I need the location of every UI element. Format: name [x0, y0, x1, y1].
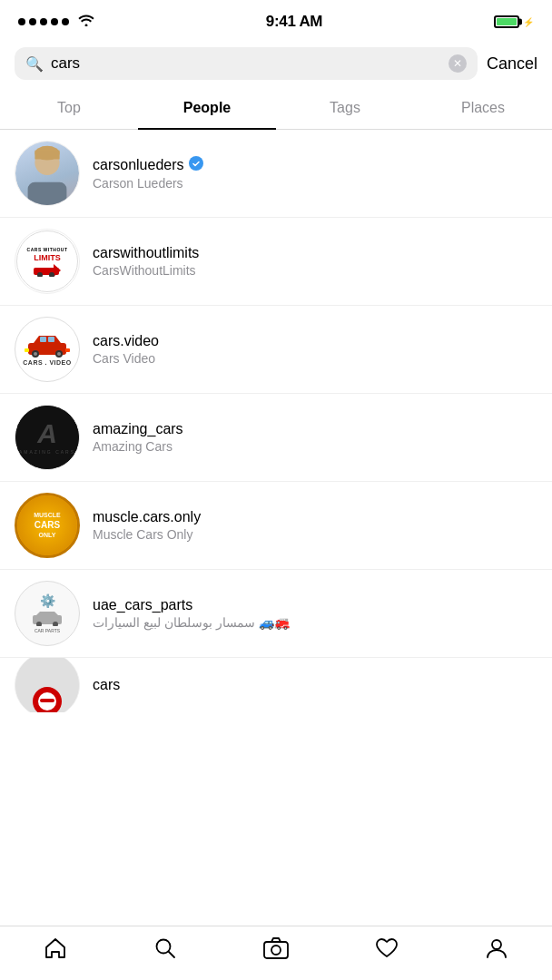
signal-dot-2: [29, 18, 36, 25]
status-left: [18, 14, 94, 30]
result-info: carswithoutlimits CarsWithoutLimits: [93, 245, 199, 278]
nav-camera[interactable]: [249, 932, 303, 971]
cancel-button[interactable]: Cancel: [487, 54, 537, 74]
result-fullname: CarsWithoutLimits: [93, 263, 199, 278]
list-item[interactable]: CARS WITHOUT LIMITS carswithoutlimits Ca…: [0, 218, 552, 306]
avatar: [15, 658, 80, 712]
nav-activity[interactable]: [360, 932, 413, 971]
search-bar: 🔍 ✕ Cancel: [0, 40, 552, 87]
result-info: carsonlueders Carson Lueders: [93, 156, 203, 191]
avatar: CARS WITHOUT LIMITS: [15, 229, 80, 294]
result-username: cars: [93, 677, 120, 693]
result-fullname: Carson Lueders: [93, 176, 203, 191]
list-item[interactable]: cars: [0, 658, 552, 712]
tab-top[interactable]: Top: [0, 87, 138, 129]
list-item[interactable]: ⚙️ car parts uae_cars_parts 🚒🚙 سمسار بوس…: [0, 570, 552, 658]
status-time: 9:41 AM: [266, 13, 322, 31]
svg-rect-1: [28, 182, 67, 206]
search-input-container[interactable]: 🔍 ✕: [15, 47, 478, 80]
svg-rect-12: [48, 337, 54, 342]
avatar: A AMAZING CARS: [15, 405, 80, 470]
svg-point-4: [189, 156, 203, 171]
nav-home[interactable]: [29, 931, 82, 972]
result-username: muscle.cars.only: [93, 509, 201, 525]
search-input[interactable]: [51, 54, 441, 73]
avatar: ⚙️ car parts: [15, 581, 80, 646]
tab-people[interactable]: People: [138, 87, 276, 129]
svg-rect-3: [34, 151, 59, 160]
result-info: cars: [93, 677, 120, 693]
svg-line-27: [168, 952, 174, 958]
result-info: amazing_cars Amazing Cars: [93, 421, 183, 454]
result-fullname: Cars Video: [93, 351, 159, 366]
nav-profile[interactable]: [470, 931, 523, 972]
list-item[interactable]: CARS . VIDEO cars.video Cars Video: [0, 306, 552, 394]
nav-search[interactable]: [139, 931, 192, 972]
result-info: muscle.cars.only Muscle Cars Only: [93, 509, 201, 542]
avatar: [15, 141, 80, 206]
svg-rect-28: [264, 942, 288, 958]
home-icon: [44, 936, 67, 966]
list-item[interactable]: A AMAZING CARS amazing_cars Amazing Cars: [0, 394, 552, 482]
status-right: ⚡: [494, 15, 534, 28]
results-list: carsonlueders Carson Lueders CARS WITHOU…: [0, 130, 552, 776]
signal-dot-3: [40, 18, 47, 25]
avatar: MUSCLE CARS ONLY: [15, 493, 80, 558]
search-icon: 🔍: [25, 55, 44, 73]
svg-point-29: [271, 946, 281, 955]
result-username: carswithoutlimits: [93, 245, 199, 261]
profile-icon: [485, 936, 508, 966]
tab-tags[interactable]: Tags: [276, 87, 414, 129]
clear-search-button[interactable]: ✕: [448, 54, 467, 73]
svg-rect-18: [65, 348, 70, 352]
result-fullname: Amazing Cars: [93, 439, 183, 454]
wifi-icon: [78, 14, 94, 30]
tab-bar: Top People Tags Places: [0, 87, 552, 130]
result-fullname: Muscle Cars Only: [93, 527, 201, 542]
battery-icon: ⚡: [494, 15, 534, 28]
svg-rect-17: [25, 348, 29, 352]
svg-point-14: [34, 352, 37, 356]
signal-dot-1: [18, 18, 25, 25]
bottom-nav: [0, 926, 552, 980]
svg-point-30: [492, 940, 501, 949]
camera-icon: [263, 937, 289, 965]
svg-rect-25: [40, 699, 54, 702]
list-item[interactable]: carsonlueders Carson Lueders: [0, 130, 552, 218]
svg-rect-11: [40, 337, 46, 342]
search-nav-icon: [153, 936, 177, 966]
status-bar: 9:41 AM ⚡: [0, 0, 552, 40]
svg-marker-20: [36, 612, 58, 615]
result-fullname: 🚒🚙 سمسار بوسلطان لبيع السيارات: [93, 615, 290, 630]
result-username: carsonlueders: [93, 156, 203, 174]
svg-point-16: [57, 352, 61, 356]
heart-icon: [375, 937, 399, 965]
avatar: CARS . VIDEO: [15, 317, 80, 382]
svg-marker-10: [34, 336, 61, 343]
result-info: uae_cars_parts 🚒🚙 سمسار بوسلطان لبيع الس…: [93, 597, 290, 630]
tab-places[interactable]: Places: [414, 87, 552, 129]
list-item[interactable]: MUSCLE CARS ONLY muscle.cars.only Muscle…: [0, 482, 552, 570]
signal-dot-4: [51, 18, 58, 25]
signal-dot-5: [62, 18, 69, 25]
result-info: cars.video Cars Video: [93, 333, 159, 366]
result-username: cars.video: [93, 333, 159, 349]
verified-badge: [189, 156, 203, 174]
result-username: amazing_cars: [93, 421, 183, 437]
result-username: uae_cars_parts: [93, 597, 290, 613]
